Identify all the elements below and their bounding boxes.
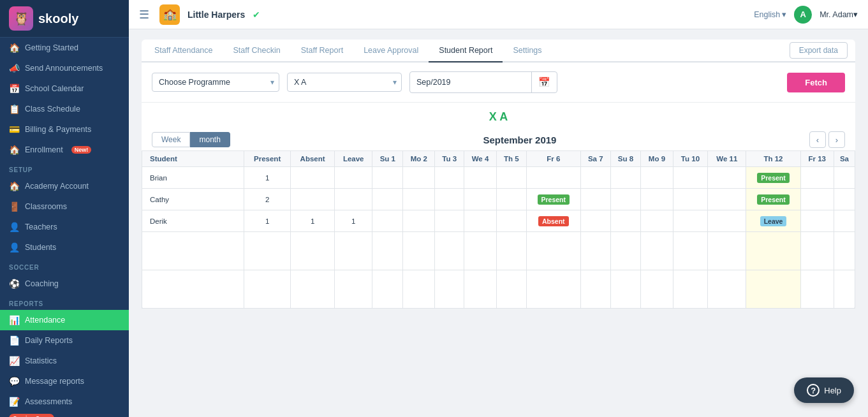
tab-staff-report[interactable]: Staff Report [291, 40, 353, 62]
student-name: Brian [142, 167, 244, 189]
day-tu10 [673, 210, 708, 232]
fetch-button[interactable]: Fetch [787, 73, 845, 92]
academy-icon: 🏠 [9, 181, 19, 191]
leave-count: 1 [334, 210, 372, 232]
students-icon: 👤 [9, 242, 19, 252]
teachers-icon: 👤 [9, 222, 19, 232]
sidebar-item-label: Attendance [25, 316, 65, 325]
new-badge: New! [71, 146, 92, 154]
sidebar-item-getting-started[interactable]: 🏠 Getting Started [0, 38, 129, 58]
present-count: 1 [244, 210, 291, 232]
programme-select-wrap: Choose Programme [152, 73, 279, 92]
student-name [142, 270, 244, 309]
day-th12: Present [746, 189, 800, 210]
table-row: Cathy 2 Present [142, 189, 855, 210]
day-sa [834, 189, 855, 210]
col-header-mo9: Mo 9 [641, 151, 673, 167]
day-we4 [464, 189, 496, 210]
day-sa [834, 210, 855, 232]
sidebar-item-label: Send Announcements [25, 64, 103, 73]
tab-settings[interactable]: Settings [503, 40, 552, 62]
col-header-we11: We 11 [708, 151, 746, 167]
sidebar-item-label: Enrollment [25, 145, 63, 154]
month-view-button[interactable]: month [190, 132, 230, 147]
day-su8 [610, 210, 641, 232]
day-th5 [496, 210, 526, 232]
absent-count [291, 189, 335, 210]
help-icon: ? [807, 384, 820, 397]
programme-select[interactable]: Choose Programme [152, 73, 279, 92]
sidebar-item-label: Statistics [25, 356, 57, 365]
table-row [142, 270, 855, 309]
student-name: Cathy [142, 189, 244, 210]
tab-leave-approval[interactable]: Leave Approval [353, 40, 429, 62]
export-data-button[interactable]: Export data [790, 42, 848, 59]
sidebar-item-enrollment[interactable]: 🏠 Enrollment New! [0, 140, 129, 160]
sidebar-item-teachers[interactable]: 👤 Teachers [0, 217, 129, 237]
user-name[interactable]: Mr. Adam▾ [820, 10, 858, 19]
logo-text: skooly [38, 11, 78, 26]
date-input[interactable] [410, 73, 531, 91]
sidebar-item-students[interactable]: 👤 Students [0, 237, 129, 258]
sidebar-item-assessments[interactable]: 📝 Assessments Coming Soon [0, 391, 129, 417]
sidebar-item-academy-account[interactable]: 🏠 Academy Account [0, 176, 129, 196]
sidebar-item-label: Classrooms [25, 202, 67, 211]
day-tu3 [435, 189, 464, 210]
sidebar-item-billing-payments[interactable]: 💳 Billing & Payments [0, 119, 129, 140]
absent-count [291, 167, 335, 189]
sidebar-item-statistics[interactable]: 📈 Statistics [0, 351, 129, 371]
class-select[interactable]: X A [287, 73, 402, 92]
sidebar-item-label: Students [25, 243, 56, 252]
sidebar-item-coaching[interactable]: ⚽ Coaching [0, 274, 129, 294]
present-badge: Present [757, 173, 790, 183]
attendance-table: Student Present Absent Leave Su 1 Mo 2 T… [142, 150, 855, 309]
next-month-button[interactable]: › [828, 131, 845, 148]
language-selector[interactable]: English ▾ [754, 10, 786, 19]
present-badge: Present [757, 194, 790, 205]
leave-count [334, 167, 372, 189]
prev-month-button[interactable]: ‹ [809, 131, 826, 148]
sidebar: 🦉 skooly 🏠 Getting Started 📣 Send Announ… [0, 0, 129, 417]
billing-icon: 💳 [9, 124, 19, 135]
col-header-su1: Su 1 [372, 151, 403, 167]
absent-count: 1 [291, 210, 335, 232]
day-th5 [496, 189, 526, 210]
date-input-wrap: 📅 [409, 71, 557, 93]
tab-staff-attendance[interactable]: Staff Attendance [144, 40, 223, 62]
day-su8 [610, 167, 641, 189]
sidebar-item-daily-reports[interactable]: 📄 Daily Reports [0, 330, 129, 351]
day-sa7 [580, 210, 610, 232]
statistics-icon: 📈 [9, 356, 19, 366]
help-button[interactable]: ? Help [794, 377, 854, 403]
sidebar-item-send-announcements[interactable]: 📣 Send Announcements [0, 58, 129, 78]
month-title: September 2019 [483, 135, 556, 145]
sidebar-item-attendance[interactable]: 📊 Attendance [0, 310, 129, 330]
language-label: English [754, 10, 780, 19]
sidebar-section-setup: SETUP [0, 160, 129, 176]
day-tu3 [435, 167, 464, 189]
sidebar-item-class-schedule[interactable]: 📋 Class Schedule [0, 99, 129, 119]
class-select-wrap: X A [287, 73, 402, 92]
sidebar-item-school-calendar[interactable]: 📅 School Calendar [0, 78, 129, 99]
sidebar-item-classrooms[interactable]: 🚪 Classrooms [0, 196, 129, 217]
week-view-button[interactable]: Week [152, 132, 190, 147]
hamburger-icon[interactable]: ☰ [139, 8, 149, 22]
calendar-icon[interactable]: 📅 [531, 72, 557, 92]
tab-staff-checkin[interactable]: Staff Checkin [223, 40, 291, 62]
chevron-down-icon: ▾ [782, 10, 786, 19]
sidebar-item-message-reports[interactable]: 💬 Message reports [0, 371, 129, 391]
announce-icon: 📣 [9, 63, 19, 73]
day-tu10 [673, 189, 708, 210]
topbar: ☰ 🏫 Little Harpers ✔ English ▾ A Mr. Ada… [129, 0, 868, 29]
tab-student-report[interactable]: Student Report [429, 40, 503, 62]
day-th5 [496, 167, 526, 189]
col-header-fr6: Fr 6 [526, 151, 580, 167]
day-th12: Present [746, 167, 800, 189]
day-su8 [610, 189, 641, 210]
col-header-mo2: Mo 2 [403, 151, 435, 167]
main-content: ☰ 🏫 Little Harpers ✔ English ▾ A Mr. Ada… [129, 0, 868, 417]
coaching-icon: ⚽ [9, 279, 19, 289]
day-sa7 [580, 189, 610, 210]
day-mo2 [403, 210, 435, 232]
day-su1 [372, 167, 403, 189]
